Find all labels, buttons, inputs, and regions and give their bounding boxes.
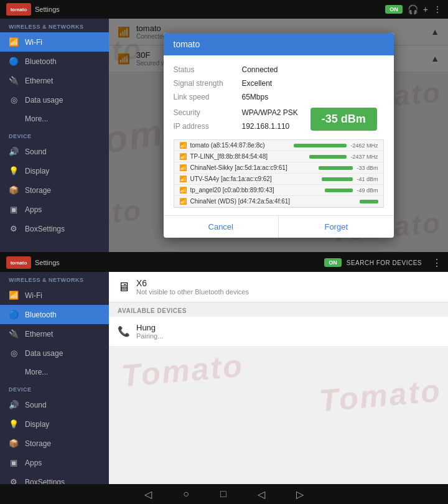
ethernet-icon-bt: 🔌: [9, 329, 19, 338]
more-label: More...: [25, 114, 48, 123]
security-label: Security: [174, 108, 242, 117]
storage-icon-bt: 📦: [9, 439, 19, 448]
mini-net-row-2: 📶 ChinaNet-Sikky [ac:5d:1a:ac:c9:61] -33…: [174, 162, 383, 174]
data-label-bt: Data usage: [25, 349, 63, 358]
sidebar-item-display-bt[interactable]: 💡 Display: [0, 414, 109, 434]
sidebar-item-wifi-bt[interactable]: 📶 Wi-Fi: [0, 286, 109, 305]
display-label: Display: [25, 167, 49, 175]
bottom-logo-text: tomato: [11, 260, 27, 266]
bottom-header-right: ON SEARCH FOR DEVICES ⋮: [324, 257, 442, 269]
sidebar-item-ethernet-top[interactable]: 🔌 Ethernet: [0, 71, 109, 90]
apps-icon: ▣: [9, 205, 19, 214]
sound-icon-bt: 🔊: [9, 400, 19, 409]
sidebar-item-apps-top[interactable]: ▣ Apps: [0, 200, 109, 219]
more-label-bt: More...: [25, 368, 48, 376]
mini-bar-5: [360, 200, 378, 203]
sidebar-item-bluetooth-bt[interactable]: 🔵 Bluetooth: [0, 305, 109, 324]
bt-label-bt: Bluetooth: [25, 310, 57, 319]
wifi-detail-modal: tomato Status Connected Signal strength …: [164, 33, 394, 238]
bt-device-sub: Not visible to other Bluetooth devices: [136, 288, 249, 296]
dbm-badge: -35 dBm: [310, 108, 377, 131]
mini-wifi-icon-3: 📶: [179, 175, 187, 182]
wm-bottom-1: Tomato: [120, 348, 245, 394]
mini-wifi-icon-4: 📶: [179, 187, 187, 194]
bt-menu-icon[interactable]: ⋮: [432, 257, 442, 269]
headphone-icon: 🎧: [408, 4, 418, 14]
storage-icon: 📦: [9, 185, 19, 195]
navigation-bar: ◁ ○ □ ◁ ▷: [0, 484, 448, 504]
logo-image: tomato: [6, 3, 31, 16]
mini-dbm-2: -33 dBm: [357, 165, 378, 171]
home-button[interactable]: ○: [183, 488, 189, 500]
mini-dbm-4: -49 dBm: [357, 187, 378, 194]
linkspeed-value: 65Mbps: [242, 93, 269, 101]
bt-hung-info: Hung Pairing...: [136, 323, 163, 340]
sidebar-item-wifi[interactable]: 📶 Wi-Fi: [0, 32, 109, 52]
apps-icon-bt: ▣: [9, 458, 19, 467]
ethernet-icon: 🔌: [9, 76, 19, 85]
mini-bar-3: [322, 177, 353, 181]
modal-row-security: Security WPA/WPA2 PSK: [174, 106, 298, 119]
sidebar-item-display-top[interactable]: 💡 Display: [0, 161, 109, 180]
recent-button[interactable]: □: [220, 488, 226, 500]
sidebar-item-sound-bt[interactable]: 🔊 Sound: [0, 395, 109, 414]
search-for-devices-button[interactable]: SEARCH FOR DEVICES: [347, 259, 422, 266]
modal-row-status: Status Connected: [174, 63, 384, 77]
header-right: ON 🎧 + ⋮: [385, 4, 442, 14]
wifi-modal-overlay: tomato Status Connected Signal strength …: [109, 19, 448, 252]
sidebar-item-sound-top[interactable]: 🔊 Sound: [0, 142, 109, 161]
mini-dbm-1: -2437 MHz: [350, 154, 378, 160]
sidebar-item-storage-bt[interactable]: 📦 Storage: [0, 434, 109, 453]
section-device-bt: DEVICE: [0, 381, 109, 395]
sound-label-bt: Sound: [25, 401, 47, 409]
status-label: Status: [174, 65, 242, 74]
modal-row-signal: Signal strength Excellent: [174, 77, 384, 90]
sidebar-item-more-top[interactable]: More...: [0, 110, 109, 128]
bt-this-device: 🖥 X6 Not visible to other Bluetooth devi…: [109, 272, 448, 302]
storage-label: Storage: [25, 186, 51, 195]
add-icon[interactable]: +: [423, 4, 428, 14]
sidebar-item-apps-bt[interactable]: ▣ Apps: [0, 453, 109, 472]
mini-net-name-1: TP-LINK_[f8:8b:8f:84:54:48]: [190, 153, 306, 160]
header-title: Settings: [35, 6, 60, 13]
signal-label: Signal strength: [174, 79, 242, 88]
vol-up-button[interactable]: ▷: [296, 488, 304, 500]
section-device-top: DEVICE: [0, 128, 109, 142]
modal-row-ip: IP address 192.168.1.110: [174, 119, 298, 133]
bt-toggle[interactable]: ON: [324, 258, 342, 267]
cancel-button[interactable]: Cancel: [164, 216, 279, 238]
top-logo: tomato Settings: [6, 3, 60, 16]
display-label-bt: Display: [25, 420, 49, 429]
bt-available-hung[interactable]: 📞 Hung Pairing...: [109, 317, 448, 347]
sidebar-item-data-top[interactable]: ◎ Data usage: [0, 90, 109, 110]
mini-network-list: 📶 tomato (a8:15:44:87:8e:8c) -2462 MHz 📶…: [174, 139, 384, 208]
wifi-toggle[interactable]: ON: [385, 5, 403, 14]
sidebar-item-more-bt[interactable]: More...: [0, 363, 109, 381]
sidebar-item-ethernet-bt[interactable]: 🔌 Ethernet: [0, 324, 109, 343]
sidebar-item-boxsettings-top[interactable]: ⚙ BoxSettings: [0, 219, 109, 238]
apps-label-bt: Apps: [25, 459, 42, 467]
signal-value: Excellent: [242, 79, 273, 88]
sidebar-item-bluetooth-top[interactable]: 🔵 Bluetooth: [0, 52, 109, 71]
sidebar-item-data-bt[interactable]: ◎ Data usage: [0, 343, 109, 363]
mini-net-row-5: 📶 ChinaNet (WDS) [d4:74:2a:5a:4f:61]: [174, 196, 383, 207]
menu-icon[interactable]: ⋮: [433, 4, 442, 14]
modal-footer: Cancel Forget: [164, 215, 394, 238]
eth-label-bt: Ethernet: [25, 330, 53, 338]
back-button[interactable]: ◁: [144, 488, 152, 500]
boxsettings-label: BoxSettings: [25, 225, 65, 233]
logo-text: tomato: [11, 7, 27, 12]
vol-down-button[interactable]: ◁: [258, 488, 265, 500]
mini-net-name-3: UTV-SA4y [ac:fa:1a:ac:c9:62]: [190, 175, 319, 182]
sidebar-item-storage-top[interactable]: 📦 Storage: [0, 180, 109, 200]
eth-label: Ethernet: [25, 77, 53, 85]
wifi-label: Wi-Fi: [25, 38, 42, 47]
bt-device-info: X6 Not visible to other Bluetooth device…: [136, 278, 249, 296]
bluetooth-icon-bt: 🔵: [9, 310, 19, 319]
top-sidebar: WIRELESS & NETWORKS 📶 Wi-Fi 🔵 Bluetooth …: [0, 19, 109, 252]
bottom-header-title: Settings: [35, 259, 60, 266]
ip-value: 192.168.1.110: [242, 122, 290, 131]
mini-net-row-0: 📶 tomato (a8:15:44:87:8e:8c) -2462 MHz: [174, 140, 383, 151]
display-icon: 💡: [9, 166, 19, 175]
forget-button[interactable]: Forget: [279, 216, 394, 238]
